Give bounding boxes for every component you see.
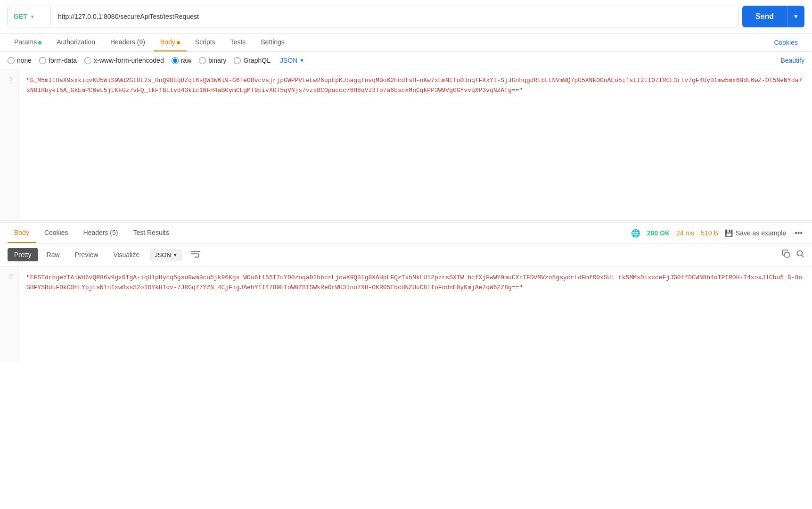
- line-numbers: 1: [0, 69, 19, 220]
- resp-tab-body[interactable]: Body: [8, 223, 36, 243]
- response-time: 24 ms: [676, 229, 694, 237]
- resp-line-numbers: 1: [0, 267, 19, 361]
- copy-button[interactable]: [782, 250, 790, 260]
- response-size: 510 B: [701, 229, 718, 237]
- tab-settings[interactable]: Settings: [254, 33, 291, 51]
- url-input[interactable]: [50, 6, 738, 27]
- radio-urlencoded[interactable]: x-www-form-urlencoded: [84, 57, 164, 64]
- send-button[interactable]: Send: [742, 6, 787, 27]
- request-tabs: Params Authorization Headers (9) Body Sc…: [0, 33, 812, 52]
- response-tabs-row: Body Cookies Headers (5) Test Results 🌐 …: [0, 223, 812, 243]
- response-body-content[interactable]: "EFSTdrbgeYIAiWd6vQP86v9gx6IgA-iqUlpHycq…: [19, 267, 812, 361]
- svg-point-1: [797, 251, 803, 256]
- tab-cookies[interactable]: Cookies: [767, 34, 804, 51]
- radio-graphql[interactable]: GraphQL: [234, 57, 271, 64]
- resp-headers-badge: (5): [108, 229, 118, 236]
- request-code-editor: 1 "G_M5mIIHaX9sxkiqvKU5WiS9Wd2GI8L2s_RnQ…: [0, 69, 812, 220]
- beautify-button[interactable]: Beautify: [780, 57, 804, 64]
- format-visualize-button[interactable]: Visualize: [107, 248, 146, 261]
- save-icon: 💾: [725, 229, 733, 237]
- tab-headers[interactable]: Headers (9): [104, 33, 152, 51]
- format-pretty-button[interactable]: Pretty: [8, 248, 38, 261]
- radio-binary-input[interactable]: [199, 57, 206, 64]
- headers-label: Headers: [110, 38, 135, 46]
- globe-icon: 🌐: [631, 229, 640, 238]
- method-selector[interactable]: GET ▼: [8, 6, 50, 27]
- tab-params[interactable]: Params: [8, 33, 48, 51]
- resp-tab-headers[interactable]: Headers (5): [77, 223, 125, 243]
- radio-raw-input[interactable]: [172, 57, 179, 64]
- resp-tab-cookies[interactable]: Cookies: [38, 223, 75, 243]
- body-dot: [177, 41, 180, 44]
- url-bar: GET ▼ Send ▼: [0, 0, 812, 33]
- tab-tests[interactable]: Tests: [224, 33, 253, 51]
- search-button[interactable]: [796, 250, 804, 260]
- radio-form-data[interactable]: form-data: [39, 57, 77, 64]
- tab-scripts[interactable]: Scripts: [189, 33, 222, 51]
- format-preview-button[interactable]: Preview: [68, 248, 105, 261]
- resp-tab-test-results[interactable]: Test Results: [126, 223, 175, 243]
- resp-headers-label: Headers: [83, 229, 108, 236]
- format-raw-button[interactable]: Raw: [40, 248, 66, 261]
- request-body-content[interactable]: "G_M5mIIHaX9sxkiqvKU5WiS9Wd2GI8L2s_RnQ9B…: [19, 69, 812, 220]
- response-tabs: Body Cookies Headers (5) Test Results: [8, 223, 631, 243]
- resp-json-selector[interactable]: JSON ▼: [150, 249, 182, 261]
- radio-raw[interactable]: raw: [172, 57, 192, 64]
- response-meta: 🌐 200 OK 24 ms 510 B 💾 Save as example •…: [631, 225, 804, 242]
- radio-urlencoded-input[interactable]: [84, 57, 91, 64]
- more-options-button[interactable]: •••: [793, 229, 804, 237]
- save-example-button[interactable]: 💾 Save as example: [725, 229, 786, 237]
- response-body: 1 "EFSTdrbgeYIAiWd6vQP86v9gx6IgA-iqUlpHy…: [0, 267, 812, 361]
- method-label: GET: [14, 13, 27, 20]
- chevron-down-icon: ▼: [30, 14, 35, 19]
- radio-form-data-input[interactable]: [39, 57, 46, 64]
- resp-json-chevron-icon: ▼: [173, 252, 178, 258]
- radio-binary[interactable]: binary: [199, 57, 226, 64]
- tab-authorization[interactable]: Authorization: [50, 33, 102, 51]
- response-section: Body Cookies Headers (5) Test Results 🌐 …: [0, 223, 812, 361]
- send-dropdown-button[interactable]: ▼: [787, 6, 804, 27]
- radio-graphql-input[interactable]: [234, 57, 241, 64]
- headers-badge: (9): [135, 38, 145, 46]
- params-dot: [38, 41, 41, 44]
- json-chevron-icon: ▼: [299, 58, 304, 63]
- svg-rect-0: [785, 252, 789, 257]
- send-button-wrapper: Send ▼: [742, 6, 804, 27]
- resp-action-icons: [782, 250, 804, 260]
- body-options: none form-data x-www-form-urlencoded raw…: [0, 52, 812, 69]
- tab-body[interactable]: Body: [154, 33, 187, 51]
- wrap-button[interactable]: [186, 247, 205, 262]
- url-input-wrapper: GET ▼: [8, 6, 738, 27]
- json-format-selector[interactable]: JSON ▼: [280, 57, 304, 64]
- radio-none-input[interactable]: [8, 57, 15, 64]
- response-format-row: Pretty Raw Preview Visualize JSON ▼: [0, 243, 812, 267]
- radio-none[interactable]: none: [8, 57, 32, 64]
- response-status: 200 OK: [647, 229, 670, 237]
